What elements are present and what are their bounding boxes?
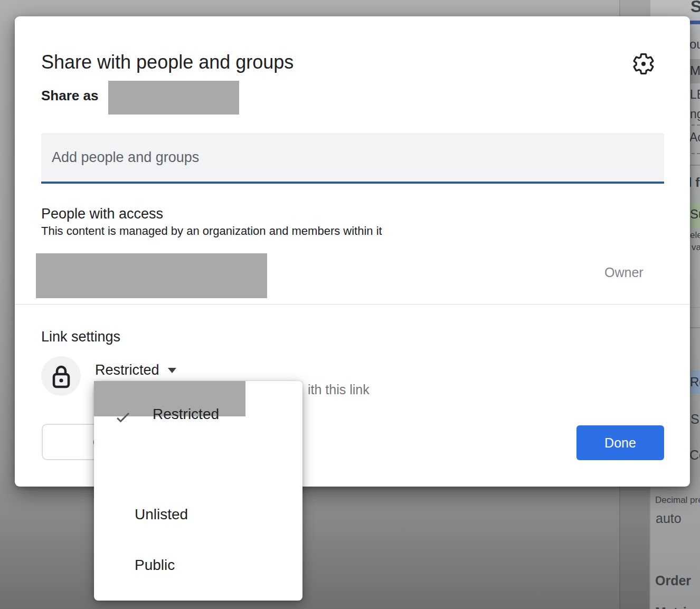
panel-chip-my-label: My [690, 63, 700, 78]
panel-fragment-ac: Ac [689, 130, 700, 145]
order-section-label: Order [655, 573, 691, 588]
panel-fragment-va: va [692, 242, 700, 253]
caret-down-icon [168, 368, 176, 373]
section-divider [15, 304, 690, 304]
dropdown-option-unlisted[interactable]: Unlisted [135, 506, 188, 523]
share-settings-button[interactable] [631, 51, 656, 77]
people-with-access-subtitle: This content is managed by an organizati… [41, 224, 382, 238]
screen: S ou My LE ng Ac l f Su ele va Re Sh Co … [0, 0, 700, 609]
owner-role-label: Owner [604, 265, 644, 280]
panel-fragment-sh: Sh [690, 412, 700, 427]
link-access-selector[interactable]: Restricted [95, 362, 176, 378]
decimal-precision-value: auto [656, 511, 682, 526]
metric-partial-label: Metric [655, 605, 694, 609]
link-access-helper-text: ith this link [308, 382, 370, 397]
panel-fragment-le: LE [690, 88, 700, 102]
redacted-share-as-value [108, 81, 239, 115]
people-with-access-heading: People with access [41, 206, 163, 222]
check-icon [113, 407, 133, 426]
decimal-precision-label: Decimal pre [655, 495, 700, 506]
link-access-dropdown: Restricted Unlisted Public [94, 381, 302, 601]
panel-fragment-ele: ele [690, 230, 700, 241]
panel-chip-re-label: Re [690, 375, 700, 389]
dropdown-option-public[interactable]: Public [135, 557, 175, 574]
gear-icon [631, 52, 656, 76]
add-people-input[interactable] [41, 133, 664, 184]
panel-fragment-lf: l f [688, 175, 699, 190]
done-button[interactable]: Done [576, 425, 664, 460]
share-as-label: Share as [41, 88, 98, 104]
link-access-avatar [41, 356, 81, 396]
panel-divider [650, 531, 700, 532]
panel-fragment-ou: ou [689, 37, 700, 52]
link-access-selected-value: Restricted [95, 362, 159, 378]
redacted-owner-identity [36, 253, 267, 298]
panel-tab-fragment: S [690, 0, 700, 16]
panel-fragment-ng: ng [690, 107, 700, 121]
dialog-title: Share with people and groups [41, 51, 294, 73]
panel-chip-su-label: Su [690, 207, 700, 222]
dropdown-option-restricted[interactable]: Restricted [153, 406, 219, 423]
panel-fragment-co: Co [689, 448, 700, 463]
lock-icon [51, 364, 72, 388]
link-settings-heading: Link settings [41, 329, 120, 345]
panel-divider [650, 557, 700, 558]
